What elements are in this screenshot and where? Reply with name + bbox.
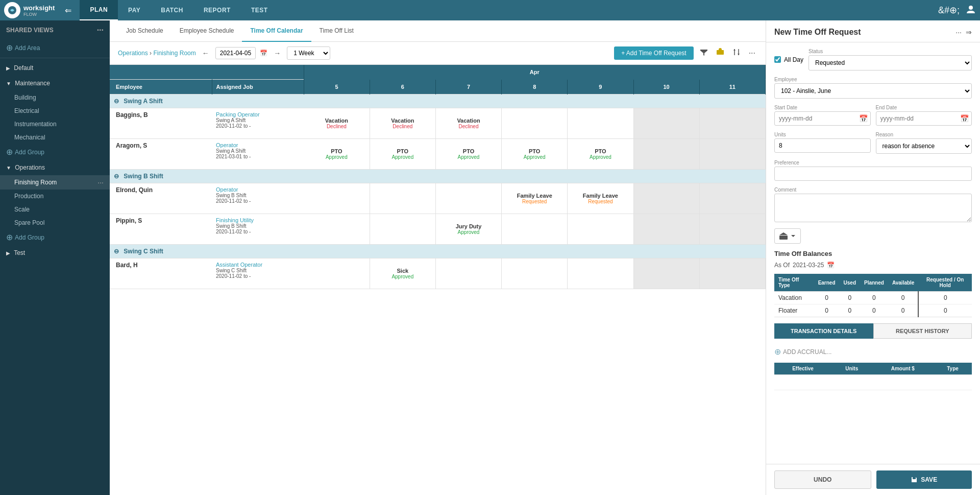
balances-col-planned: Planned	[860, 274, 888, 292]
panel-footer: UNDO SAVE	[766, 464, 980, 495]
all-day-checkbox-row: All Day	[774, 49, 803, 70]
add-time-off-request-button[interactable]: + Add Time Off Request	[614, 46, 694, 60]
bank-icon-button[interactable]	[774, 228, 801, 244]
add-group-operations-button[interactable]: ⊕ Add Group	[0, 229, 110, 245]
start-date-cal-icon[interactable]: 📅	[859, 114, 868, 123]
breadcrumb-root[interactable]: Operations	[118, 50, 148, 57]
as-of-cal-icon[interactable]: 📅	[827, 262, 835, 269]
day-cell[interactable]	[435, 183, 501, 214]
week-select[interactable]: 1 Week 2 Weeks 4 Weeks	[287, 46, 330, 60]
sidebar-group-default[interactable]: ▶ Default	[0, 60, 110, 76]
add-icon-button[interactable]: &#⊕;	[938, 5, 960, 16]
day-cell[interactable]	[568, 108, 633, 139]
undo-button[interactable]: UNDO	[774, 470, 871, 489]
day-cell[interactable]	[370, 183, 435, 214]
add-accrual-button[interactable]: ⊕ ADD ACCRUAL...	[774, 345, 831, 359]
tab-batch[interactable]: BATCH	[151, 0, 193, 20]
sort-icon-button[interactable]	[730, 46, 743, 60]
preference-input[interactable]	[774, 167, 972, 181]
comment-input[interactable]	[774, 194, 972, 222]
day-cell[interactable]	[502, 258, 568, 289]
comment-label: Comment	[774, 187, 972, 193]
sidebar-item-electrical[interactable]: Electrical	[0, 104, 110, 117]
date-display[interactable]: 2021-04-05	[215, 47, 256, 59]
day-cell[interactable]: PTO Approved	[502, 139, 568, 170]
calendar-icon[interactable]: 📅	[260, 50, 267, 57]
tab-request-history[interactable]: REQUEST HISTORY	[873, 323, 972, 339]
right-panel: New Time Off Request ··· ⇒ All Day Statu…	[766, 20, 980, 495]
shared-views-menu-button[interactable]: ···	[97, 26, 104, 35]
tab-plan[interactable]: PLAN	[80, 0, 118, 20]
sidebar-item-scale[interactable]: Scale	[0, 203, 110, 216]
filter-icon-button[interactable]	[698, 46, 710, 60]
day-cell[interactable]	[502, 214, 568, 245]
day-cell[interactable]: Sick Approved	[370, 258, 435, 289]
sidebar-item-spare-pool[interactable]: Spare Pool	[0, 216, 110, 229]
sidebar-item-finishing-room[interactable]: Finishing Room ···	[0, 175, 110, 190]
day-cell[interactable]: Vacation Declined	[370, 108, 435, 139]
sidebar-collapse-button[interactable]: ⇐	[65, 6, 71, 15]
day-cell[interactable]	[370, 214, 435, 245]
sidebar-group-operations[interactable]: ▼ Operations	[0, 160, 110, 175]
day-cell[interactable]: PTO Approved	[304, 139, 370, 170]
day-cell[interactable]: PTO Approved	[435, 139, 501, 170]
employee-baggins: Baggins, B	[110, 108, 212, 139]
reason-select[interactable]: reason for absence	[876, 138, 972, 154]
day-cell[interactable]: PTO Approved	[370, 139, 435, 170]
end-date-input[interactable]	[876, 111, 972, 126]
tab-job-schedule[interactable]: Job Schedule	[118, 20, 172, 42]
tab-report[interactable]: REPORT	[193, 0, 241, 20]
tab-time-off-calendar[interactable]: Time Off Calendar	[242, 20, 311, 42]
status-label: Status	[808, 49, 972, 54]
tab-transaction-details[interactable]: TRANSACTION DETAILS	[774, 323, 873, 339]
day-cell[interactable]	[304, 258, 370, 289]
col-date-6: 6	[370, 80, 435, 95]
allday-status-row: All Day Status Requested Approved Declin…	[774, 49, 972, 70]
sidebar-group-test[interactable]: ▶ Test	[0, 245, 110, 261]
add-area-button[interactable]: ⊕ Add Area	[0, 40, 110, 56]
day-cell[interactable]	[435, 258, 501, 289]
day-cell[interactable]	[304, 214, 370, 245]
user-icon-button[interactable]	[966, 4, 976, 17]
day-cell[interactable]	[568, 258, 633, 289]
next-date-button[interactable]: →	[272, 48, 283, 58]
svg-marker-5	[733, 49, 736, 51]
save-button[interactable]: SAVE	[876, 470, 972, 489]
day-cell[interactable]: PTO Approved	[568, 139, 633, 170]
notification-icon-button[interactable]	[714, 46, 726, 60]
sidebar-group-maintenance[interactable]: ▼ Maintenance	[0, 76, 110, 91]
add-group-maintenance-button[interactable]: ⊕ Add Group	[0, 144, 110, 160]
day-cell[interactable]: Vacation Declined	[435, 108, 501, 139]
prev-date-button[interactable]: ←	[200, 48, 211, 58]
tab-employee-schedule[interactable]: Employee Schedule	[172, 20, 242, 42]
status-select[interactable]: Requested Approved Declined	[808, 55, 972, 70]
col-date-5: 5	[304, 80, 370, 95]
tab-time-off-list[interactable]: Time Off List	[311, 20, 362, 42]
panel-more-options-button[interactable]: ···	[955, 28, 962, 36]
day-cell[interactable]	[502, 108, 568, 139]
units-input[interactable]	[774, 138, 871, 153]
more-options-button[interactable]: ···	[747, 46, 757, 60]
sidebar-item-mechanical[interactable]: Mechanical	[0, 131, 110, 144]
svg-marker-6	[738, 54, 740, 55]
breadcrumb: Operations › Finishing Room	[118, 50, 196, 57]
tab-pay[interactable]: PAY	[118, 0, 151, 20]
all-day-checkbox[interactable]	[774, 56, 781, 63]
employee-select[interactable]: 102 - Ainslie, June	[774, 83, 972, 99]
panel-close-button[interactable]: ⇒	[966, 28, 972, 36]
end-date-cal-icon[interactable]: 📅	[960, 114, 969, 123]
start-date-input[interactable]	[774, 111, 871, 126]
day-cell[interactable]: Family Leave Requested	[502, 183, 568, 214]
tab-test[interactable]: TEST	[241, 0, 278, 20]
shift-group-b: ⊖ Swing B Shift	[110, 170, 766, 183]
day-cell[interactable]: Vacation Declined	[304, 108, 370, 139]
sidebar-item-instrumentation[interactable]: Instrumentation	[0, 117, 110, 131]
schedule-table: Apr Employee Assigned Job 5 6 7 8 9 10 1…	[110, 65, 766, 289]
day-cell[interactable]	[568, 214, 633, 245]
sidebar-item-building[interactable]: Building	[0, 91, 110, 104]
balances-col-requested: Requested / On Hold	[918, 274, 972, 292]
sidebar-item-production[interactable]: Production	[0, 190, 110, 203]
day-cell[interactable]: Family Leave Requested	[568, 183, 633, 214]
day-cell[interactable]	[304, 183, 370, 214]
day-cell[interactable]: Jury Duty Approved	[435, 214, 501, 245]
